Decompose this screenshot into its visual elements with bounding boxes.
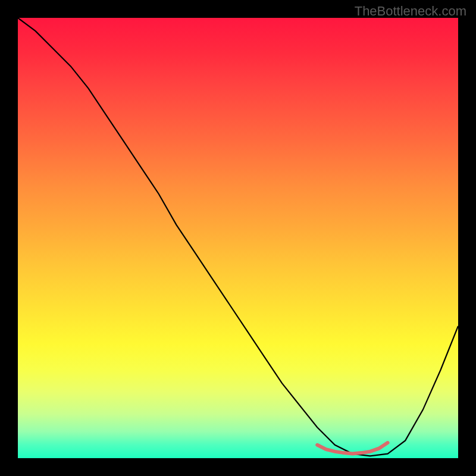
- chart-plot-area: [18, 18, 458, 458]
- bottleneck-curve-line: [18, 18, 458, 456]
- watermark-text: TheBottleneck.com: [355, 4, 466, 19]
- optimal-range-marker-line: [317, 443, 387, 454]
- chart-curve-layer: [18, 18, 458, 458]
